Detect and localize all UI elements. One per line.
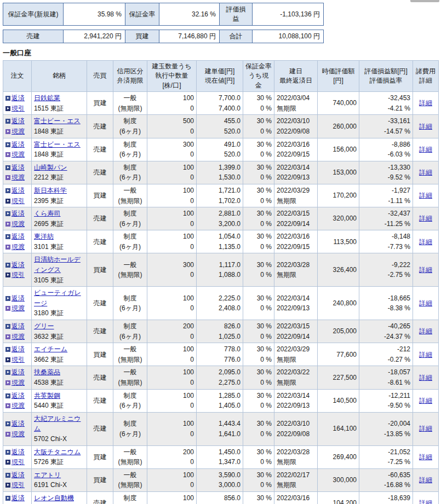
- order2-link[interactable]: 現渡: [12, 430, 25, 438]
- repay-link[interactable]: 返済: [12, 322, 25, 330]
- market-value: 140,500: [318, 389, 359, 412]
- detail-cell: 詳細: [413, 207, 439, 230]
- detail-link[interactable]: 詳細: [419, 266, 432, 274]
- order2-link[interactable]: 現渡: [12, 128, 25, 135]
- margin-rate-cell: 30 % 0 %: [243, 389, 274, 412]
- pl-cell: -40,265 -24.37 %: [359, 320, 413, 343]
- repay-link[interactable]: 返済: [12, 494, 25, 502]
- order-cell: 返済 現渡: [3, 230, 32, 253]
- detail-link[interactable]: 詳細: [419, 299, 432, 307]
- executing-quantity: 0: [150, 242, 194, 252]
- stock-name-link[interactable]: 日清紡ホールディングス: [34, 256, 81, 274]
- executing-quantity: 0: [150, 480, 194, 490]
- repay-link[interactable]: 返済: [12, 94, 25, 102]
- credit-type-cell: 制度 (6ヶ月): [113, 491, 147, 504]
- quantity: 500: [150, 116, 194, 126]
- open-date: 2022/03/15: [277, 321, 315, 332]
- stock-name-link[interactable]: エイチーム: [34, 345, 67, 353]
- stock-name-link[interactable]: 大紀アルミニウム: [34, 415, 81, 433]
- stock-name-link[interactable]: 共英製鋼: [34, 392, 60, 399]
- quantity: 300: [150, 260, 194, 270]
- detail-link[interactable]: 詳細: [419, 327, 432, 335]
- stock-name-link[interactable]: グリー: [34, 322, 54, 330]
- order2-link[interactable]: 現渡: [12, 379, 25, 386]
- stock-name-link[interactable]: 東洋紡: [34, 233, 54, 240]
- order2-link[interactable]: 現引: [12, 481, 25, 489]
- detail-link[interactable]: 詳細: [419, 476, 432, 484]
- detail-link[interactable]: 詳細: [419, 99, 432, 107]
- stock-name-link[interactable]: エアトリ: [34, 471, 61, 479]
- repay-link[interactable]: 返済: [12, 294, 25, 302]
- repay-link[interactable]: 返済: [12, 141, 25, 148]
- price-cell: 778.0 776.0: [197, 343, 243, 366]
- order2-link[interactable]: 現引: [12, 197, 25, 205]
- repay-link[interactable]: 返済: [12, 471, 25, 479]
- detail-link[interactable]: 詳細: [419, 425, 432, 432]
- stock-name-link[interactable]: 日鉄鉱業: [34, 94, 60, 102]
- order2-link[interactable]: 現引: [12, 458, 25, 466]
- stock-name-link[interactable]: 富士ビー・エス: [34, 141, 81, 148]
- stock-name-link[interactable]: 大阪チタニウム: [34, 448, 81, 456]
- detail-link[interactable]: 詳細: [419, 351, 432, 358]
- order2-link[interactable]: 現渡: [12, 220, 25, 228]
- pl-cell: -18,057 -8.61 %: [359, 366, 413, 389]
- order2-link[interactable]: 現渡: [12, 243, 25, 251]
- margin-rate-cell: 30 % 0 %: [243, 343, 274, 366]
- order-cell: 返済 現渡: [3, 320, 32, 343]
- order2-link[interactable]: 現引: [12, 271, 25, 279]
- cash-rate: 0 %: [245, 172, 272, 183]
- repay-link[interactable]: 返済: [12, 233, 25, 240]
- order2-link[interactable]: 現引: [12, 356, 25, 363]
- order2-link[interactable]: 現渡: [12, 402, 25, 409]
- repay-link[interactable]: 返済: [12, 261, 25, 269]
- detail-link[interactable]: 詳細: [419, 238, 432, 246]
- pl-rate: -8.38 %: [362, 303, 410, 314]
- detail-link[interactable]: 詳細: [419, 499, 432, 504]
- side-label: 買建: [87, 184, 113, 207]
- detail-link[interactable]: 詳細: [419, 123, 432, 130]
- stock-name-link[interactable]: 扶桑薬品: [34, 368, 60, 376]
- position-row: 返済 現渡 山崎製パン 2212 東証 売建 制度 (6ヶ月) 100 0 1,…: [3, 161, 439, 184]
- repay-link[interactable]: 返済: [12, 187, 25, 194]
- open-date: 2022/03/16: [277, 493, 315, 503]
- repay-link[interactable]: 返済: [12, 164, 25, 171]
- detail-link[interactable]: 詳細: [419, 192, 432, 199]
- pl-cell: -33,161 -14.57 %: [359, 115, 413, 138]
- repay-link[interactable]: 返済: [12, 368, 25, 376]
- order2-link[interactable]: 現引: [12, 105, 25, 112]
- repayment-term: (6ヶ月): [116, 303, 145, 314]
- order2-link[interactable]: 現渡: [12, 304, 25, 312]
- genwatashi-icon: [5, 245, 10, 250]
- detail-link[interactable]: 詳細: [419, 215, 432, 222]
- order2-link[interactable]: 現渡: [12, 173, 25, 181]
- due-date: 2022/09/14: [277, 332, 315, 342]
- credit-type: 一般: [116, 367, 145, 378]
- stock-name-link[interactable]: くら寿司: [34, 210, 61, 217]
- order2-link[interactable]: 現渡: [12, 333, 25, 340]
- detail-link[interactable]: 詳細: [419, 169, 432, 176]
- stock-name-link[interactable]: レオン自動機: [34, 494, 74, 502]
- order2-link[interactable]: 現渡: [12, 150, 25, 158]
- stock-name-link[interactable]: 富士ビー・エス: [34, 117, 81, 125]
- stock-name-link[interactable]: 新日本科学: [34, 187, 67, 194]
- repay-link[interactable]: 返済: [12, 345, 25, 353]
- detail-link[interactable]: 詳細: [419, 146, 432, 153]
- repay-link[interactable]: 返済: [12, 392, 25, 399]
- repay-icon: [5, 370, 10, 375]
- price-cell: 2,095.0 2,275.0: [197, 366, 243, 389]
- repay-link[interactable]: 返済: [12, 210, 25, 217]
- repay-link[interactable]: 返済: [12, 420, 25, 427]
- due-date: 無期限: [277, 355, 315, 365]
- stock-name-link[interactable]: 山崎製パン: [34, 164, 67, 171]
- quantity: 100: [150, 344, 194, 355]
- repay-link[interactable]: 返済: [12, 448, 25, 456]
- detail-link[interactable]: 詳細: [419, 453, 432, 461]
- detail-link[interactable]: 詳細: [419, 397, 432, 404]
- margin-rate-new-label: 保証金率(新規建): [3, 3, 64, 26]
- repay-link[interactable]: 返済: [12, 117, 25, 125]
- market-value: 740,000: [318, 92, 359, 115]
- detail-link[interactable]: 詳細: [419, 374, 432, 381]
- stock-name-link[interactable]: ビューティガレージ: [34, 289, 81, 307]
- pl-amount: -8,886: [362, 140, 410, 150]
- pl-cell: -9,222 -2.75 %: [359, 253, 413, 287]
